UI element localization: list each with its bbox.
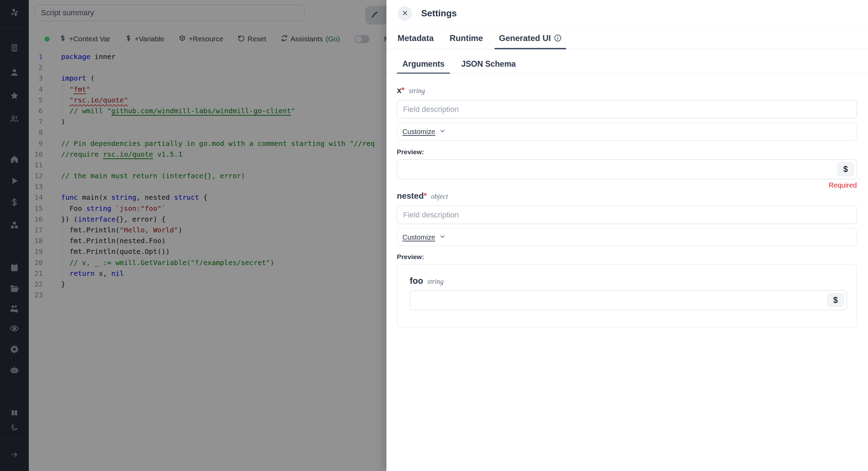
- field-x-customize-toggle[interactable]: Customize: [397, 123, 857, 141]
- info-icon: [554, 34, 562, 42]
- tab-generated-ui[interactable]: Generated UI: [493, 27, 568, 49]
- dollar-icon: $: [843, 165, 848, 174]
- inner-field-header: foo string: [410, 276, 847, 286]
- customize-link[interactable]: Customize: [402, 233, 435, 241]
- generated-ui-subtabs: ArgumentsJSON Schema: [386, 55, 868, 74]
- tab-metadata[interactable]: Metadata: [391, 27, 440, 49]
- field-nested-preview: foo string $: [397, 264, 857, 328]
- field-nested-header: nested* object: [397, 191, 857, 201]
- modal-overlay[interactable]: [0, 0, 386, 471]
- field-x-description-input[interactable]: [397, 100, 857, 118]
- field-type: string: [427, 278, 444, 286]
- settings-drawer: Settings MetadataRuntimeGenerated UI Arg…: [386, 0, 868, 471]
- field-x-header: x* string: [397, 85, 857, 96]
- arguments-panel: x* string Customize Preview: $ Required …: [386, 74, 868, 328]
- preview-label: Preview:: [397, 148, 857, 157]
- variable-picker-button[interactable]: $: [837, 163, 854, 176]
- drawer-title: Settings: [421, 8, 457, 19]
- preview-label: Preview:: [397, 253, 857, 262]
- field-nested-customize-toggle[interactable]: Customize: [397, 228, 857, 246]
- required-message: Required: [397, 181, 857, 190]
- field-x-preview: $: [397, 159, 857, 179]
- inner-field-input-wrap: $: [410, 290, 847, 310]
- close-button[interactable]: [398, 6, 412, 21]
- subtab-json-schema[interactable]: JSON Schema: [456, 55, 521, 73]
- required-asterisk: *: [424, 191, 427, 201]
- field-type: object: [431, 192, 448, 200]
- chevron-down-icon: [439, 128, 446, 136]
- field-name: nested: [397, 191, 424, 201]
- subtab-arguments[interactable]: Arguments: [397, 55, 450, 73]
- chevron-down-icon: [439, 233, 446, 241]
- variable-picker-button[interactable]: $: [827, 294, 844, 307]
- drawer-header: Settings: [386, 0, 868, 27]
- field-nested-description-input[interactable]: [397, 206, 857, 224]
- settings-tabs: MetadataRuntimeGenerated UI: [386, 27, 868, 49]
- field-name: x: [397, 85, 401, 95]
- tab-runtime[interactable]: Runtime: [443, 27, 489, 49]
- customize-link[interactable]: Customize: [402, 128, 435, 136]
- field-name: foo: [410, 276, 423, 286]
- foo-input[interactable]: [410, 291, 846, 310]
- dollar-icon: $: [833, 296, 838, 305]
- field-x-preview-input[interactable]: [397, 160, 857, 179]
- close-icon: [402, 10, 408, 17]
- field-type: string: [409, 87, 425, 95]
- required-asterisk: *: [401, 86, 404, 95]
